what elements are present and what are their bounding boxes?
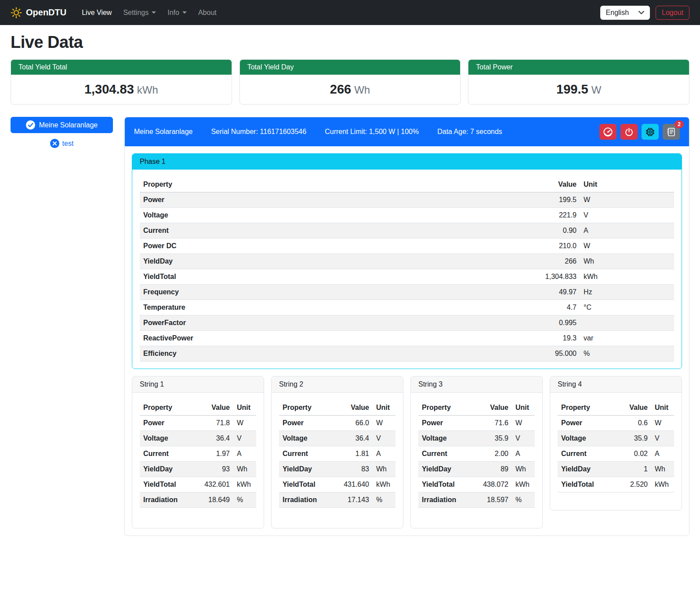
power-button[interactable] bbox=[620, 124, 638, 140]
property-cell: YieldTotal bbox=[558, 477, 619, 492]
property-cell: Power bbox=[558, 416, 619, 431]
column-header: Property bbox=[140, 400, 201, 416]
device-info-button[interactable] bbox=[642, 124, 659, 140]
table-row: Current0.02A bbox=[558, 446, 674, 462]
table-row: YieldTotal1,304.833kWh bbox=[140, 269, 674, 285]
property-cell: Voltage bbox=[140, 208, 527, 223]
unit-cell bbox=[580, 315, 674, 331]
property-cell: Irradiation bbox=[140, 492, 201, 508]
string-table-wrapper: Property Value Unit Power0.6WVoltage35.9… bbox=[550, 393, 682, 510]
value-cell: 66.0 bbox=[340, 416, 373, 431]
unit-cell: A bbox=[233, 446, 256, 462]
value-cell: 93 bbox=[201, 462, 233, 477]
unit-cell: V bbox=[580, 208, 674, 223]
value-cell: 431.640 bbox=[340, 477, 373, 492]
string-3-panel: String 3 Property Value Unit bbox=[410, 376, 543, 528]
unit-cell: A bbox=[373, 446, 395, 462]
nav-item-label: Info bbox=[167, 9, 179, 17]
property-cell: YieldDay bbox=[279, 462, 340, 477]
property-cell: Voltage bbox=[140, 431, 201, 446]
property-cell: Current bbox=[279, 446, 340, 462]
property-cell: Voltage bbox=[279, 431, 340, 446]
value-cell: 89 bbox=[479, 462, 512, 477]
value-cell: 17.143 bbox=[340, 492, 373, 508]
property-cell: Voltage bbox=[418, 431, 479, 446]
chevron-down-icon bbox=[638, 11, 644, 14]
property-cell: Power bbox=[140, 416, 201, 431]
table-row: Irradiation18.649% bbox=[140, 492, 256, 508]
table-row: Power0.6W bbox=[558, 416, 674, 431]
table-header-row: Property Value Unit bbox=[558, 400, 674, 416]
table-row: Irradiation18.597% bbox=[418, 492, 535, 508]
table-row: YieldTotal431.640kWh bbox=[279, 477, 395, 492]
string-panel-title: String 1 bbox=[132, 376, 264, 393]
event-count-badge: 2 bbox=[675, 120, 684, 128]
limit-settings-button[interactable] bbox=[599, 124, 617, 140]
unit-cell: V bbox=[651, 431, 674, 446]
check-circle-icon bbox=[26, 120, 35, 130]
property-cell: Current bbox=[418, 446, 479, 462]
total-yield-total-card: Total Yield Total 1,304.83kWh bbox=[11, 59, 232, 105]
card-value-area: 1,304.83kWh bbox=[11, 75, 232, 104]
page-container: Live Data Total Yield Total 1,304.83kWh … bbox=[0, 33, 700, 547]
nav-item-live-view[interactable]: Live View bbox=[76, 5, 117, 20]
nav-item-info[interactable]: Info bbox=[162, 5, 192, 20]
table-row: Power71.6W bbox=[418, 416, 535, 431]
unit-cell: V bbox=[512, 431, 535, 446]
main-row: Meine Solaranlage test Meine Solaranlage… bbox=[11, 117, 689, 536]
unit-cell: W bbox=[651, 416, 674, 431]
column-header: Unit bbox=[373, 400, 395, 416]
inverter-toggle-test[interactable]: test bbox=[11, 139, 113, 148]
value-cell: 2.520 bbox=[619, 477, 651, 492]
value-cell: 0.6 bbox=[619, 416, 651, 431]
table-row: YieldTotal432.601kWh bbox=[140, 477, 256, 492]
value-cell: 438.072 bbox=[479, 477, 512, 492]
phase-1-panel: Phase 1 Property Value Unit Power199.5WV… bbox=[132, 153, 682, 369]
nav-item-about[interactable]: About bbox=[192, 5, 222, 20]
strings-row: String 1 Property Value Unit bbox=[132, 376, 682, 528]
value-cell: 18.649 bbox=[201, 492, 233, 508]
string-table: Property Value Unit Power0.6WVoltage35.9… bbox=[558, 400, 674, 492]
value-cell: 199.5 bbox=[527, 192, 580, 208]
property-cell: Frequency bbox=[140, 285, 527, 300]
logout-button[interactable]: Logout bbox=[656, 6, 689, 20]
unit-cell: V bbox=[233, 431, 256, 446]
table-row: YieldDay83Wh bbox=[279, 462, 395, 477]
nav-item-settings[interactable]: Settings bbox=[117, 5, 162, 20]
property-cell: Power bbox=[279, 416, 340, 431]
string-panel-title: String 4 bbox=[550, 376, 682, 393]
column-header: Property bbox=[558, 400, 619, 416]
inverter-data-age: Data Age: 7 seconds bbox=[437, 128, 502, 136]
total-yield-day-card: Total Yield Day 266Wh bbox=[239, 59, 461, 105]
value-cell: 35.9 bbox=[619, 431, 651, 446]
value-cell: 266 bbox=[527, 254, 580, 269]
value-cell: 2.00 bbox=[479, 446, 512, 462]
string-4-panel: String 4 Property Value Unit bbox=[550, 376, 682, 510]
table-row: Irradiation17.143% bbox=[279, 492, 395, 508]
table-row: Power71.8W bbox=[140, 416, 256, 431]
column-header: Value bbox=[527, 177, 580, 192]
value-cell: 71.8 bbox=[201, 416, 233, 431]
brand[interactable]: OpenDTU bbox=[11, 7, 66, 18]
phase-panel-title: Phase 1 bbox=[132, 154, 682, 170]
table-row: ReactivePower19.3var bbox=[140, 331, 674, 346]
sun-logo-icon bbox=[11, 7, 22, 18]
table-row: YieldDay89Wh bbox=[418, 462, 535, 477]
language-select[interactable]: English bbox=[600, 6, 650, 20]
inverter-select-button[interactable]: Meine Solaranlage bbox=[11, 117, 113, 133]
unit-cell: % bbox=[373, 492, 395, 508]
card-value-area: 266Wh bbox=[240, 75, 461, 104]
property-cell: PowerFactor bbox=[140, 315, 527, 331]
string-table-wrapper: Property Value Unit Power71.6WVoltage35.… bbox=[411, 393, 542, 528]
property-cell: YieldTotal bbox=[140, 269, 527, 285]
event-log-button[interactable]: 2 bbox=[663, 124, 680, 140]
value-cell: 1.97 bbox=[201, 446, 233, 462]
unit-cell: kWh bbox=[651, 477, 674, 492]
nav-item-label: Settings bbox=[123, 9, 149, 17]
nav-right: English Logout bbox=[600, 6, 689, 20]
unit-cell: W bbox=[233, 416, 256, 431]
unit-cell: % bbox=[512, 492, 535, 508]
chevron-down-icon bbox=[182, 11, 187, 14]
inverter-toggle-label: test bbox=[62, 140, 74, 148]
column-header: Property bbox=[140, 177, 527, 192]
